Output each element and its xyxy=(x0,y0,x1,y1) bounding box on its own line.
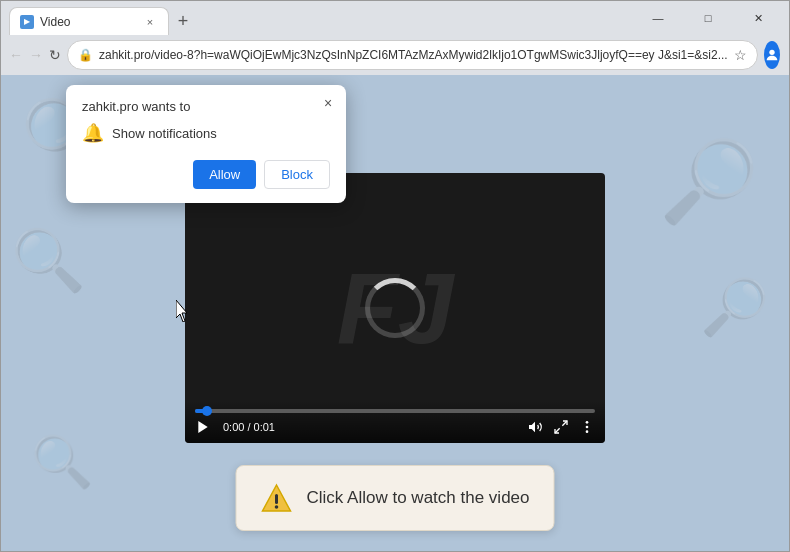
bell-icon: 🔔 xyxy=(82,122,104,144)
alert-text: Click Allow to watch the video xyxy=(307,488,530,508)
bookmark-icon[interactable]: ☆ xyxy=(734,47,747,63)
page-content: 🔍 🔍 🔍 🔍 🔍 × zahkit.pro wants to 🔔 Show n… xyxy=(1,75,789,551)
controls-row: 0:00 / 0:01 xyxy=(195,419,595,435)
svg-line-3 xyxy=(562,421,567,426)
svg-point-6 xyxy=(586,426,589,429)
svg-marker-1 xyxy=(198,421,207,433)
video-player[interactable]: FJ 0:00 / 0:01 xyxy=(185,173,605,443)
browser-menu-button[interactable]: ⋮ xyxy=(786,41,790,69)
progress-dot xyxy=(202,406,212,416)
svg-marker-2 xyxy=(529,422,535,433)
tab-favicon: ▶ xyxy=(20,15,34,29)
back-button[interactable]: ← xyxy=(9,41,23,69)
svg-point-7 xyxy=(586,430,589,433)
tab-area: ▶ Video × + xyxy=(9,1,631,35)
notification-label: Show notifications xyxy=(112,126,217,141)
profile-icon xyxy=(764,47,780,63)
volume-button[interactable] xyxy=(527,419,543,435)
svg-line-4 xyxy=(555,428,560,433)
active-tab[interactable]: ▶ Video × xyxy=(9,7,169,35)
more-options-button[interactable] xyxy=(579,419,595,435)
maximize-button[interactable]: □ xyxy=(685,1,731,35)
dialog-title: zahkit.pro wants to xyxy=(82,99,330,114)
notification-dialog: × zahkit.pro wants to 🔔 Show notificatio… xyxy=(66,85,346,203)
browser-window: ▶ Video × + — □ ✕ ← → ↻ 🔒 zahkit.pro/vid… xyxy=(0,0,790,552)
navigation-bar: ← → ↻ 🔒 zahkit.pro/video-8?h=waWQiOjEwMj… xyxy=(1,35,789,75)
svg-rect-9 xyxy=(275,494,278,504)
dialog-button-group: Allow Block xyxy=(82,160,330,189)
allow-button[interactable]: Allow xyxy=(193,160,256,189)
right-controls xyxy=(527,419,595,435)
forward-button[interactable]: → xyxy=(29,41,43,69)
tab-label: Video xyxy=(40,15,70,29)
time-display: 0:00 / 0:01 xyxy=(223,421,275,433)
loading-spinner xyxy=(365,278,425,338)
svg-point-0 xyxy=(769,50,774,55)
dialog-notification-row: 🔔 Show notifications xyxy=(82,122,330,144)
window-controls: — □ ✕ xyxy=(635,1,781,35)
tab-close-btn[interactable]: × xyxy=(142,14,158,30)
warning-icon xyxy=(261,482,293,514)
profile-button[interactable] xyxy=(764,41,780,69)
address-bar[interactable]: 🔒 zahkit.pro/video-8?h=waWQiOjEwMjc3NzQs… xyxy=(67,40,758,70)
close-button[interactable]: ✕ xyxy=(735,1,781,35)
minimize-button[interactable]: — xyxy=(635,1,681,35)
refresh-button[interactable]: ↻ xyxy=(49,41,61,69)
fullscreen-button[interactable] xyxy=(553,419,569,435)
new-tab-button[interactable]: + xyxy=(169,7,197,35)
video-controls: 0:00 / 0:01 xyxy=(185,401,605,443)
alert-box: Click Allow to watch the video xyxy=(236,465,555,531)
block-button[interactable]: Block xyxy=(264,160,330,189)
svg-point-10 xyxy=(275,505,279,509)
title-bar: ▶ Video × + — □ ✕ xyxy=(1,1,789,35)
progress-bar[interactable] xyxy=(195,409,595,413)
play-button[interactable] xyxy=(195,419,211,435)
url-text: zahkit.pro/video-8?h=waWQiOjEwMjc3NzQsIn… xyxy=(99,48,728,62)
svg-point-5 xyxy=(586,421,589,424)
dialog-close-button[interactable]: × xyxy=(318,93,338,113)
lock-icon: 🔒 xyxy=(78,48,93,62)
